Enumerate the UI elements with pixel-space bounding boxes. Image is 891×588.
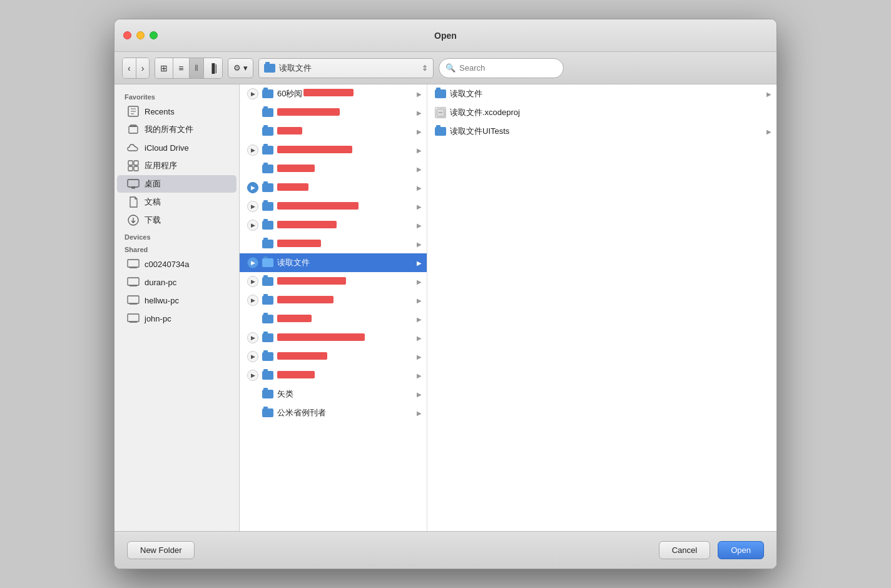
sidebar-item-downloads[interactable]: 下载 [117, 211, 237, 229]
sidebar-item-label: duran-pc [145, 278, 176, 287]
expand-arrow[interactable]: ▶ [247, 370, 258, 381]
list-item[interactable]: ▶ ▶ [240, 291, 427, 310]
list-item[interactable]: ▶ ▶ [240, 272, 427, 291]
file-column-1: ▶ 60秒阅 ▶ ▶ ▶ [240, 84, 427, 531]
view-columns-button[interactable]: ⦀ [190, 58, 204, 78]
bottombar: New Folder Cancel Open [115, 531, 776, 569]
list-item[interactable]: ▶ [240, 122, 427, 141]
svg-rect-18 [128, 296, 139, 303]
list-item[interactable]: ▶ [240, 235, 427, 253]
view-toggle: ⊞ ≡ ⦀ ▐| [155, 58, 223, 79]
expand-arrow[interactable]: ▶ [247, 220, 258, 231]
sidebar-item-label: 文稿 [145, 196, 161, 208]
search-bar[interactable]: 🔍 [439, 58, 564, 78]
dropdown-arrow-icon: ▾ [243, 63, 248, 73]
file-name [277, 352, 413, 362]
sidebar-item-desktop[interactable]: 桌面 [117, 175, 237, 193]
list-item[interactable]: ▶ ▶ [240, 366, 427, 385]
sidebar-item-docs[interactable]: 文稿 [117, 193, 237, 211]
sidebar-item-c00240734a[interactable]: c00240734a [117, 255, 237, 273]
devices-section-title: Devices [115, 230, 239, 242]
sidebar-item-john-pc[interactable]: john-pc [117, 310, 237, 327]
view-list-button[interactable]: ≡ [173, 58, 189, 78]
expand-arrow[interactable]: ▶ [247, 351, 258, 362]
view-cover-button[interactable]: ▐| [204, 58, 223, 78]
list-item[interactable]: 读取文件UITests ▶ [427, 122, 776, 141]
list-item[interactable]: ▶ 60秒阅 ▶ [240, 84, 427, 103]
folder-icon [262, 108, 273, 117]
action-button[interactable]: ⚙ ▾ [228, 58, 253, 78]
list-item[interactable]: 读取文件.xcodeproj [427, 103, 776, 122]
svg-rect-4 [129, 126, 138, 133]
open-button[interactable]: Open [718, 541, 764, 559]
list-item[interactable]: ▶ ▶ [240, 197, 427, 216]
chevron-right-icon: ▶ [417, 166, 422, 173]
search-input[interactable] [459, 63, 557, 73]
list-item[interactable]: 矢类 ▶ [240, 385, 427, 403]
sidebar-item-icloud[interactable]: iCloud Drive [117, 139, 237, 156]
expand-arrow[interactable]: ▶ [247, 276, 258, 287]
titlebar: Open [115, 19, 776, 52]
back-button[interactable]: ‹ [123, 58, 136, 78]
file-name [277, 146, 413, 155]
expand-arrow[interactable]: ▶ [247, 257, 258, 268]
file-name [277, 315, 413, 324]
recents-icon [127, 105, 140, 118]
new-folder-button[interactable]: New Folder [127, 541, 195, 559]
expand-arrow[interactable]: ▶ [247, 295, 258, 306]
svg-rect-8 [128, 166, 133, 171]
chevron-right-icon: ▶ [417, 410, 422, 417]
svg-rect-7 [134, 161, 138, 165]
cloud-icon [127, 141, 140, 154]
location-bar[interactable]: 读取文件 ⇕ [258, 58, 434, 78]
list-item[interactable]: ▶ 读取文件 ▶ [240, 253, 427, 272]
svg-rect-5 [130, 125, 136, 126]
folder-icon [262, 183, 273, 192]
sidebar-item-recents[interactable]: Recents [117, 103, 237, 120]
list-item[interactable]: ▶ ▶ [240, 216, 427, 235]
list-item[interactable]: ▶ [240, 160, 427, 178]
chevron-right-icon: ▶ [417, 260, 422, 266]
folder-icon [262, 390, 273, 398]
maximize-button[interactable] [150, 31, 158, 39]
forward-button[interactable]: › [136, 58, 150, 78]
dialog: Open ‹ › ⊞ ≡ ⦀ ▐| ⚙ ▾ 读取文件 ⇕ 🔍 Fa [114, 19, 777, 569]
traffic-lights [123, 31, 158, 39]
chevron-right-icon: ▶ [417, 91, 422, 98]
gear-icon: ⚙ [233, 63, 241, 73]
expand-arrow[interactable]: ▶ [247, 332, 258, 343]
expand-arrow[interactable]: ▶ [247, 88, 258, 99]
list-item[interactable]: ▶ ▶ [240, 347, 427, 366]
chevron-right-icon: ▶ [417, 353, 422, 360]
list-item[interactable]: ▶ ▶ [240, 328, 427, 347]
file-name [277, 333, 413, 343]
chevron-right-icon: ▶ [417, 316, 422, 323]
list-item[interactable]: ▶ ▶ [240, 141, 427, 160]
sidebar-item-duran-pc[interactable]: duran-pc [117, 273, 237, 291]
sidebar-item-all-files[interactable]: 我的所有文件 [117, 121, 237, 138]
cancel-button[interactable]: Cancel [659, 541, 710, 559]
expand-arrow[interactable]: ▶ [247, 144, 258, 156]
file-name: 读取文件UITests [450, 126, 763, 137]
expand-arrow[interactable]: ▶ [247, 201, 258, 212]
minimize-button[interactable] [136, 31, 145, 39]
sidebar-item-hellwu-pc[interactable]: hellwu-pc [117, 291, 237, 309]
list-item[interactable]: ▶ [240, 310, 427, 328]
close-button[interactable] [123, 31, 131, 39]
folder-icon [262, 258, 273, 267]
list-item[interactable]: ▶ ▶ [240, 178, 427, 197]
view-icons-button[interactable]: ⊞ [155, 58, 173, 78]
sidebar-item-apps[interactable]: 应用程序 [117, 157, 237, 175]
apps-icon [127, 160, 140, 172]
chevron-right-icon: ▶ [417, 297, 422, 304]
file-name [277, 183, 413, 193]
file-name: 60秒阅 [277, 88, 413, 99]
folder-icon [262, 146, 273, 155]
list-item[interactable]: 读取文件 ▶ [427, 84, 776, 103]
list-item[interactable]: 公米省例刊者 ▶ [240, 403, 427, 422]
list-item[interactable]: ▶ [240, 103, 427, 122]
chevron-right-icon: ▶ [417, 109, 422, 116]
expand-arrow[interactable]: ▶ [247, 182, 258, 193]
file-name [277, 221, 413, 230]
bottom-right: Cancel Open [659, 541, 764, 559]
